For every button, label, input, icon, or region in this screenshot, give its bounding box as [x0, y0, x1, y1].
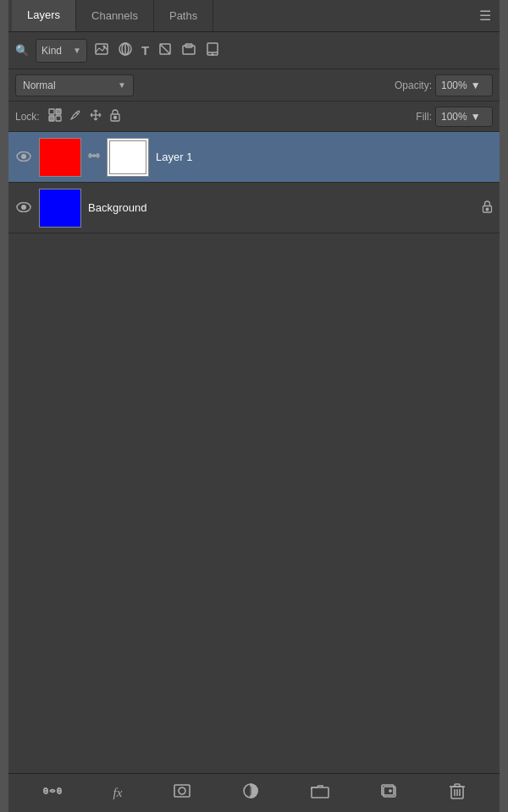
lock-icons [48, 108, 121, 124]
layer-color-blue [40, 189, 80, 227]
layer-name-background: Background [88, 201, 475, 214]
fill-value: 100% [441, 111, 467, 123]
lock-row: Lock: [8, 102, 500, 132]
fill-label: Fill: [416, 111, 432, 123]
kind-select[interactable]: Kind [41, 45, 66, 57]
filter-image-icon[interactable] [94, 41, 109, 60]
filter-pixel-icon[interactable] [205, 41, 220, 60]
fill-wrap: Fill: 100% ▼ [416, 107, 493, 127]
lock-image-icon[interactable] [69, 108, 82, 124]
lock-all-icon[interactable] [109, 108, 121, 124]
svg-rect-13 [56, 109, 61, 114]
kind-select-wrap[interactable]: Kind ▼ [36, 39, 87, 63]
visibility-icon-layer1[interactable] [15, 150, 32, 165]
lock-label: Lock: [15, 111, 40, 123]
svg-point-36 [21, 205, 26, 210]
svg-rect-0 [96, 44, 108, 54]
svg-point-38 [486, 208, 489, 211]
fill-value-wrap[interactable]: 100% ▼ [435, 107, 493, 127]
new-adjustment-button[interactable] [237, 779, 264, 807]
layer-thumb-layer1 [39, 138, 81, 177]
search-icon: 🔍 [15, 44, 29, 57]
svg-point-30 [21, 154, 26, 159]
opacity-chevron-icon: ▼ [471, 80, 487, 91]
blend-mode-select[interactable]: Normal [23, 80, 114, 91]
svg-point-1 [102, 45, 105, 47]
lock-transparency-icon[interactable] [48, 108, 62, 124]
svg-point-11 [212, 53, 213, 55]
visibility-icon-background[interactable] [15, 200, 32, 216]
layer-color-red [40, 139, 80, 176]
kind-chevron-icon: ▼ [73, 46, 81, 55]
svg-rect-15 [56, 116, 61, 121]
svg-line-6 [160, 44, 170, 54]
tab-channels[interactable]: Channels [76, 0, 154, 31]
fx-label: fx [113, 786, 123, 799]
svg-line-16 [76, 112, 78, 114]
layer-row[interactable]: Layer 1 [8, 132, 500, 183]
add-mask-button[interactable] [168, 780, 196, 806]
layers-list: Layer 1 Background [8, 132, 500, 453]
svg-point-44 [179, 787, 185, 794]
layer-row[interactable]: Background [8, 183, 500, 233]
tabs: Layers Channels Paths [12, 0, 213, 31]
panel-menu-icon[interactable]: ☰ [474, 8, 496, 24]
tab-paths[interactable]: Paths [154, 0, 213, 31]
opacity-wrap: Opacity: 100% ▼ [395, 74, 493, 96]
filter-icons: T [94, 41, 220, 60]
tab-layers-label: Layers [27, 8, 60, 21]
svg-point-28 [113, 117, 116, 119]
tab-bar: Layers Channels Paths ☰ [8, 0, 500, 32]
tab-paths-label: Paths [169, 9, 197, 22]
layer-lock-badge [482, 200, 493, 216]
opacity-label: Opacity: [395, 80, 432, 91]
filter-smart-icon[interactable] [181, 41, 196, 60]
filter-adjustment-icon[interactable] [118, 41, 133, 60]
fx-button[interactable]: fx [108, 782, 128, 804]
opacity-select-wrap[interactable]: 100% ▼ [435, 74, 493, 96]
opacity-value: 100% [441, 80, 467, 91]
lock-position-icon[interactable] [89, 108, 102, 124]
layer-name-layer1: Layer 1 [156, 151, 493, 163]
new-layer-button[interactable] [376, 780, 403, 806]
filter-text-icon[interactable]: T [141, 43, 149, 58]
tab-layers[interactable]: Layers [12, 0, 76, 31]
empty-canvas-area [8, 453, 500, 773]
svg-rect-43 [174, 785, 190, 797]
svg-rect-9 [207, 43, 218, 55]
filter-row: 🔍 Kind ▼ T [8, 32, 500, 69]
delete-layer-button[interactable] [444, 779, 470, 807]
link-layers-button[interactable] [38, 780, 67, 806]
tab-channels-label: Channels [91, 9, 138, 22]
bottom-toolbar: fx [8, 773, 500, 812]
new-group-button[interactable] [306, 780, 334, 806]
blend-row: Normal ▼ Opacity: 100% ▼ [8, 69, 500, 102]
layer-thumb-background [39, 189, 81, 228]
blend-mode-select-wrap[interactable]: Normal ▼ [15, 74, 134, 96]
svg-rect-12 [49, 109, 54, 114]
layers-panel: Layers Channels Paths ☰ 🔍 Kind ▼ [8, 0, 500, 812]
svg-rect-47 [312, 787, 329, 798]
svg-rect-14 [49, 116, 54, 121]
svg-rect-54 [455, 784, 460, 787]
fill-chevron-icon: ▼ [471, 111, 487, 123]
layer-mask-thumb [107, 138, 149, 177]
filter-shape-icon[interactable] [157, 41, 173, 60]
blend-chevron-icon: ▼ [118, 80, 126, 90]
link-chain-icon [88, 150, 100, 164]
